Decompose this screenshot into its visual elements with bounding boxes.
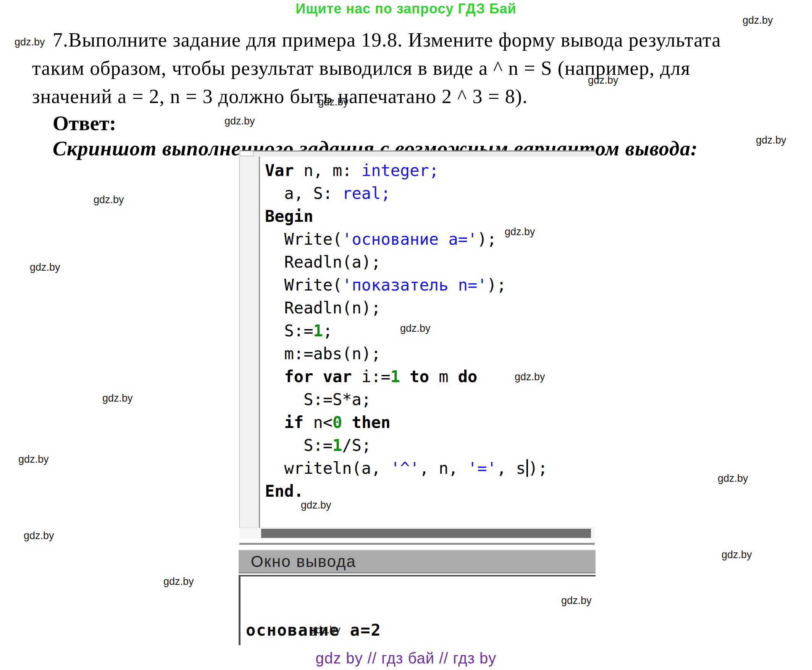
gdz-watermark: gdz.by <box>310 624 340 636</box>
gdz-watermark: gdz.by <box>756 134 787 146</box>
page: Ищите нас по запросу ГДЗ Бай 7.Выполните… <box>0 0 812 670</box>
code-line: Write('основание a='); <box>265 228 595 251</box>
code-line: a, S: real; <box>265 182 595 205</box>
hscrollbar-track[interactable] <box>239 528 595 539</box>
gdz-watermark: gdz.by <box>514 371 545 383</box>
code-line: Readln(n); <box>265 297 595 320</box>
gdz-watermark: gdz.by <box>722 549 752 561</box>
task-line-3: значений a = 2, n = 3 должно быть напеча… <box>32 85 528 108</box>
promo-banner: Ищите нас по запросу ГДЗ Бай <box>0 1 812 17</box>
hscrollbar-thumb[interactable] <box>261 529 591 538</box>
code-line: Readln(a); <box>265 251 595 274</box>
gdz-watermark: gdz.by <box>18 453 49 465</box>
footer-credits: gdz by // гдз бай // гдз by <box>0 650 812 667</box>
code-editor-panel: Var n, m: integer; a, S: real;Begin Writ… <box>239 151 595 545</box>
code-line: S:=1/S; <box>265 434 595 457</box>
editor-top-strip <box>239 151 595 157</box>
gdz-watermark: gdz.by <box>743 15 773 26</box>
output-window-title: Окно вывода <box>239 550 595 572</box>
code-line: Write('показатель n='); <box>265 274 595 297</box>
code-line: Begin <box>265 205 595 228</box>
output-window-titlebar: Окно вывода <box>239 550 595 574</box>
text-cursor <box>526 459 528 477</box>
gdz-watermark: gdz.by <box>225 115 255 127</box>
task-line-1: 7.Выполните задание для примера 19.8. Из… <box>53 29 721 51</box>
answer-label: Ответ: <box>53 112 116 135</box>
gdz-watermark: gdz.by <box>24 530 54 542</box>
editor-bottom-border <box>239 543 595 545</box>
code-line: for var i:=1 to m do <box>265 365 595 388</box>
code-line: m:=abs(n); <box>265 342 595 365</box>
code-line: S:=S*a; <box>265 388 595 411</box>
gdz-watermark: gdz.by <box>588 74 618 86</box>
gdz-watermark: gdz.by <box>93 194 124 206</box>
gdz-watermark: gdz.by <box>561 595 592 607</box>
gdz-watermark: gdz.by <box>718 473 748 484</box>
gdz-watermark: gdz.by <box>301 499 332 511</box>
gdz-watermark: gdz.by <box>102 393 133 404</box>
gdz-watermark: gdz.by <box>400 323 431 335</box>
gdz-watermark: gdz.by <box>30 262 60 273</box>
output-line-1: основание a=2 <box>246 620 595 641</box>
gdz-watermark: gdz.by <box>15 36 45 48</box>
gdz-watermark: gdz.by <box>505 226 535 238</box>
gdz-watermark: gdz.by <box>318 96 348 108</box>
output-window: основание a=2 показатель n=3 2^3=8 <box>239 575 595 645</box>
code-line: writeln(a, '^', n, '=', s); <box>265 457 595 480</box>
line-gutter <box>239 157 260 528</box>
code-line: Var n, m: integer; <box>265 159 595 182</box>
editor-corner-notch <box>240 151 254 156</box>
code-line: if n<0 then <box>265 411 595 434</box>
code-content[interactable]: Var n, m: integer; a, S: real;Begin Writ… <box>261 157 595 530</box>
gdz-watermark: gdz.by <box>163 576 194 587</box>
